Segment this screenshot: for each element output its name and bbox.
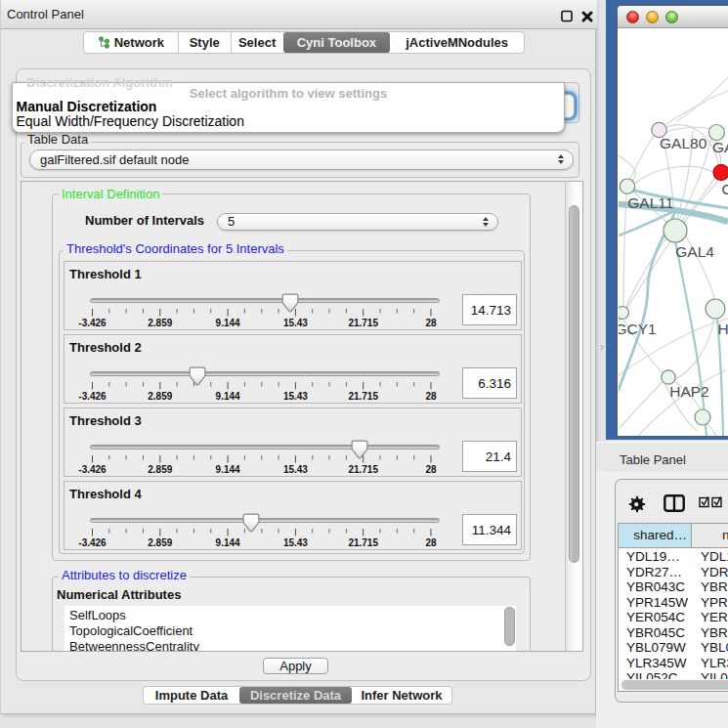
svg-text:GCY1: GCY1: [619, 321, 657, 337]
svg-text:H: H: [717, 321, 728, 337]
svg-text:GA: GA: [712, 139, 728, 155]
svg-text:GAL11: GAL11: [627, 194, 673, 211]
svg-text:GAL80: GAL80: [660, 135, 707, 151]
svg-text:C: C: [721, 181, 728, 197]
svg-text:HAP2: HAP2: [669, 383, 709, 400]
svg-text:GAL4: GAL4: [675, 243, 714, 260]
